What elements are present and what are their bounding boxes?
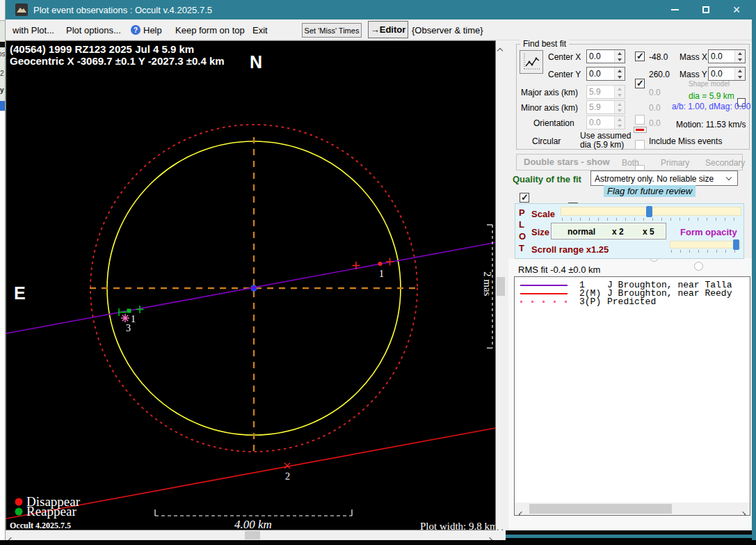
spin-up-icon[interactable] [615, 68, 625, 74]
orientation-input: 0.0 [586, 116, 625, 129]
window-right-border [752, 0, 756, 540]
minor-axis-label: Minor axis (km) [521, 103, 578, 113]
horizontal-scroll-thumb[interactable] [245, 531, 260, 539]
scroll-up-button[interactable] [498, 43, 502, 56]
orientation-err-value: 0.0 [649, 118, 661, 128]
spin-down-icon[interactable] [615, 56, 625, 63]
scroll-left-button[interactable] [520, 507, 524, 516]
chevron-left-icon [519, 512, 524, 516]
major-axis-input: 5.9 [586, 85, 625, 99]
chord1-green-label: 1 [131, 314, 136, 324]
form-opacity-slider-thumb[interactable] [733, 239, 739, 250]
quality-dropdown[interactable]: Astrometry only. No reliable size [590, 171, 738, 186]
offset-x-value: -48.0 [649, 52, 668, 62]
observations-listbox[interactable]: 1 J Broughton, near Talla 2(M) J Brought… [514, 276, 750, 516]
mas-scale-label: 2 mas [482, 271, 493, 297]
form-opacity-slider[interactable] [670, 241, 741, 248]
minor-axis-input: 5.9 [586, 100, 625, 114]
background-window-fragment [0, 0, 6, 21]
background-window-fragment: 2 [0, 70, 4, 77]
menu-plot-options[interactable]: Plot options... [66, 25, 121, 35]
center-y-label: Center Y [548, 70, 581, 79]
minimize-icon [671, 9, 679, 10]
plot-horizontal-scrollbar[interactable] [6, 530, 496, 540]
predicted-label: 3 [126, 323, 131, 333]
quality-dropdown-value: Astrometry only. No reliable size [595, 174, 714, 184]
orientation-label: Orientation [533, 118, 574, 128]
minimize-button[interactable] [662, 0, 687, 19]
observer-time-label: {Observer & time} [412, 25, 483, 35]
plot-title-line1: (40564) 1999 RZ123 2025 Jul 4 5.9 km [10, 43, 194, 55]
fit-chart-icon [522, 52, 541, 72]
maximize-button[interactable] [693, 0, 718, 19]
form-opacity-slider-ticks [671, 250, 739, 253]
set-miss-times-button[interactable]: Set 'Miss' Times [302, 23, 362, 38]
size-normal-label: normal [568, 227, 595, 237]
spin-down-icon[interactable] [735, 56, 745, 63]
help-icon: ? [131, 25, 140, 35]
major-axis-err-checkbox [635, 115, 645, 125]
spin-up-icon[interactable] [735, 68, 745, 74]
window-title: Plot event observations : Occult v.4.202… [33, 5, 212, 15]
listbox-horizontal-scrollbar[interactable] [515, 503, 750, 515]
spin-down-icon[interactable] [615, 74, 625, 80]
chevron-right-icon [740, 512, 746, 516]
plot-vertical-scrollbar[interactable] [496, 40, 506, 530]
listbox-scroll-thumb[interactable] [529, 504, 672, 514]
titlebar: Plot event observations : Occult v.4.202… [6, 0, 756, 19]
predicted-line-sample [520, 301, 569, 303]
close-button[interactable]: × [724, 0, 749, 19]
spin-up-icon[interactable] [615, 50, 625, 56]
offset-y-checkbox[interactable] [635, 79, 645, 88]
chevron-up-icon [497, 48, 503, 54]
reappear-legend-dot [15, 508, 23, 516]
chord1-line [6, 243, 495, 334]
predicted-point-marker [121, 314, 129, 322]
center-x-input[interactable]: 0.0 [586, 49, 625, 63]
east-label: E [14, 283, 26, 303]
scroll-right-button[interactable] [741, 507, 745, 516]
spin-up-icon[interactable] [735, 50, 745, 56]
vertical-scroll-thumb[interactable] [497, 277, 505, 296]
chord2-line-sample [520, 293, 568, 294]
reappear-legend-label: Reappear [26, 504, 77, 519]
major-axis-err-value: 0.0 [649, 88, 661, 97]
mass-y-input[interactable]: 0.0 [708, 67, 746, 81]
chord1-red-label: 1 [379, 269, 384, 279]
center-x-label: Center X [548, 52, 581, 62]
plot-vertical-label: PLOT [519, 207, 526, 254]
plot-width-label: Plot width: 9.8 km [420, 521, 495, 530]
shape-model-label: Shape model [689, 80, 730, 88]
menu-help[interactable]: Help [143, 25, 162, 35]
quality-label: Quality of the fit [513, 174, 581, 184]
fit-chart-button[interactable] [520, 50, 543, 74]
size-x5-label: x 5 [643, 227, 654, 237]
plot-area[interactable]: 1 3 1 2 (40564) 1999 RZ123 2025 Jul 4 5.… [6, 40, 496, 530]
menu-exit[interactable]: Exit [252, 25, 268, 35]
disappear-legend-dot [15, 498, 23, 506]
double-stars-title: Double stars - show [524, 157, 610, 167]
circular-checkbox[interactable] [520, 193, 529, 203]
mass-x-label: Mass X [679, 52, 707, 62]
red-line-icon [636, 129, 644, 131]
scale-slider-ticks [562, 218, 740, 221]
chevron-down-icon [726, 175, 732, 180]
offset-x-checkbox[interactable] [635, 52, 645, 61]
menu-keep-form-on-top[interactable]: Keep form on top [175, 25, 245, 35]
close-icon: × [733, 3, 741, 17]
major-axis-label: Major axis (km) [521, 88, 578, 97]
scroll-range-label: Scroll range x1.25 [531, 244, 609, 255]
menu-with-plot[interactable]: with Plot... [13, 25, 54, 35]
flag-review-label: Flag for future review [604, 185, 695, 197]
double-stars-secondary-label: Secondary [705, 158, 745, 168]
observation-row[interactable]: 3(P) [579, 297, 610, 307]
rms-fit-text: RMS fit -0.4 ±0.0 km [518, 264, 600, 275]
plot-canvas[interactable]: 1 3 1 2 (40564) 1999 RZ123 2025 Jul 4 5.… [6, 41, 495, 530]
editor-button[interactable]: →Editor [368, 21, 408, 38]
observation-desc[interactable]: Predicted [607, 297, 656, 307]
mass-x-input[interactable]: 0.0 [708, 49, 746, 63]
scale-slider-thumb[interactable] [646, 206, 652, 217]
spin-down-icon[interactable] [735, 74, 745, 80]
center-y-input[interactable]: 0.0 [586, 67, 625, 81]
maximize-icon [702, 6, 709, 13]
